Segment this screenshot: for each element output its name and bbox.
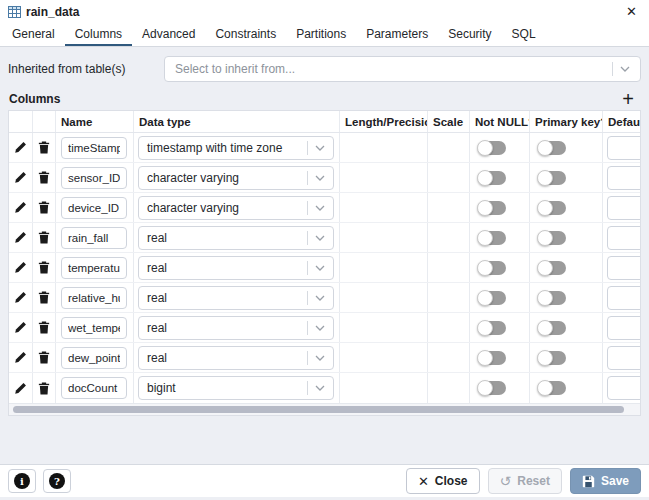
tab-partitions[interactable]: Partitions: [286, 23, 356, 46]
not-null-toggle[interactable]: [478, 201, 506, 215]
tab-parameters[interactable]: Parameters: [356, 23, 438, 46]
not-null-toggle[interactable]: [478, 231, 506, 245]
default-input[interactable]: [607, 286, 641, 310]
column-name-input[interactable]: [61, 137, 127, 159]
default-input[interactable]: [607, 256, 641, 280]
scale-cell: [428, 133, 470, 162]
length-precision-cell: [340, 313, 428, 342]
default-input[interactable]: [607, 166, 641, 190]
column-name-input[interactable]: [61, 197, 127, 219]
data-type-select[interactable]: real: [138, 286, 334, 310]
default-input[interactable]: [607, 196, 641, 220]
column-name-input[interactable]: [61, 377, 127, 399]
trash-icon: [38, 291, 50, 304]
data-type-select[interactable]: real: [138, 346, 334, 370]
not-null-toggle[interactable]: [478, 261, 506, 275]
data-type-select[interactable]: bigint: [138, 376, 334, 400]
tab-columns[interactable]: Columns: [65, 23, 132, 46]
pencil-icon: [14, 201, 27, 214]
tab-sql[interactable]: SQL: [502, 23, 546, 46]
column-name-input[interactable]: [61, 227, 127, 249]
trash-icon: [38, 171, 50, 184]
primary-key-toggle[interactable]: [538, 381, 566, 395]
tab-general[interactable]: General: [2, 23, 65, 46]
table-row: real: [9, 253, 640, 283]
info-button[interactable]: i: [8, 469, 36, 493]
not-null-toggle[interactable]: [478, 141, 506, 155]
data-type-select[interactable]: character varying: [138, 166, 334, 190]
default-input[interactable]: [607, 346, 641, 370]
column-header-delete: [33, 111, 56, 132]
scale-cell: [428, 373, 470, 403]
not-null-toggle[interactable]: [478, 291, 506, 305]
edit-row-button[interactable]: [12, 169, 29, 186]
chevron-down-icon: [307, 231, 325, 245]
column-name-input[interactable]: [61, 167, 127, 189]
not-null-toggle[interactable]: [478, 171, 506, 185]
trash-icon: [38, 261, 50, 274]
data-type-select[interactable]: real: [138, 226, 334, 250]
delete-row-button[interactable]: [36, 199, 52, 216]
edit-row-button[interactable]: [12, 259, 29, 276]
primary-key-toggle[interactable]: [538, 291, 566, 305]
primary-key-toggle[interactable]: [538, 201, 566, 215]
default-input[interactable]: [607, 376, 641, 400]
close-icon[interactable]: ✕: [626, 5, 637, 18]
scale-cell: [428, 163, 470, 192]
close-button[interactable]: ✕ Close: [406, 468, 480, 494]
save-button[interactable]: Save: [570, 468, 641, 494]
not-null-toggle[interactable]: [478, 351, 506, 365]
trash-icon: [38, 231, 50, 244]
default-input[interactable]: [607, 136, 641, 160]
edit-row-button[interactable]: [12, 139, 29, 156]
delete-row-button[interactable]: [36, 229, 52, 246]
delete-row-button[interactable]: [36, 139, 52, 156]
delete-row-button[interactable]: [36, 349, 52, 366]
delete-row-button[interactable]: [36, 319, 52, 336]
table-row: real: [9, 223, 640, 253]
column-name-input[interactable]: [61, 347, 127, 369]
column-name-input[interactable]: [61, 317, 127, 339]
primary-key-toggle[interactable]: [538, 261, 566, 275]
delete-row-button[interactable]: [36, 169, 52, 186]
default-input[interactable]: [607, 226, 641, 250]
data-type-select[interactable]: real: [138, 316, 334, 340]
primary-key-toggle[interactable]: [538, 171, 566, 185]
column-name-input[interactable]: [61, 287, 127, 309]
data-type-select[interactable]: timestamp with time zone: [138, 136, 334, 160]
horizontal-scrollbar-thumb[interactable]: [13, 406, 624, 413]
not-null-toggle[interactable]: [478, 381, 506, 395]
data-type-select[interactable]: character varying: [138, 196, 334, 220]
column-header-name: Name: [56, 111, 134, 132]
chevron-down-icon: [307, 351, 325, 365]
length-precision-cell: [340, 283, 428, 312]
primary-key-toggle[interactable]: [538, 321, 566, 335]
edit-row-button[interactable]: [12, 289, 29, 306]
data-type-value: real: [147, 321, 167, 335]
delete-row-button[interactable]: [36, 259, 52, 276]
edit-row-button[interactable]: [12, 229, 29, 246]
delete-row-button[interactable]: [36, 380, 52, 397]
primary-key-toggle[interactable]: [538, 351, 566, 365]
table-row: real: [9, 313, 640, 343]
reset-button[interactable]: ↺ Reset: [488, 468, 562, 494]
not-null-toggle[interactable]: [478, 321, 506, 335]
trash-icon: [38, 141, 50, 154]
tab-advanced[interactable]: Advanced: [132, 23, 205, 46]
delete-row-button[interactable]: [36, 289, 52, 306]
primary-key-toggle[interactable]: [538, 141, 566, 155]
primary-key-toggle[interactable]: [538, 231, 566, 245]
chevron-down-icon: [612, 62, 630, 76]
help-button[interactable]: ?: [43, 469, 71, 493]
add-column-button[interactable]: +: [616, 90, 640, 108]
edit-row-button[interactable]: [12, 319, 29, 336]
column-name-input[interactable]: [61, 257, 127, 279]
inherited-from-select[interactable]: Select to inherit from...: [164, 56, 641, 82]
edit-row-button[interactable]: [12, 199, 29, 216]
edit-row-button[interactable]: [12, 349, 29, 366]
edit-row-button[interactable]: [12, 380, 29, 397]
default-input[interactable]: [607, 316, 641, 340]
tab-security[interactable]: Security: [438, 23, 501, 46]
data-type-select[interactable]: real: [138, 256, 334, 280]
tab-constraints[interactable]: Constraints: [205, 23, 286, 46]
